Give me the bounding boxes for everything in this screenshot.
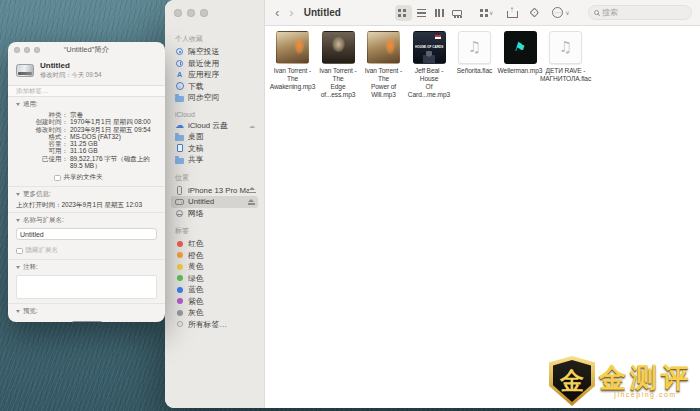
- minimize-button[interactable]: [187, 9, 195, 17]
- sidebar-item-airdrop[interactable]: 隔空投送: [171, 46, 258, 58]
- general-section-title: 通用:: [23, 100, 38, 109]
- finder-sidebar: 个人收藏 隔空投送 最近使用 A 应用程序 ↓ 下载 同步空间 iCloud: [165, 0, 265, 408]
- back-button[interactable]: ‹: [273, 6, 281, 19]
- sidebar-item-iphone[interactable]: iPhone 13 Pro Max: [171, 185, 258, 197]
- disclosure-triangle-icon[interactable]: [16, 103, 20, 106]
- drive-icon: [16, 64, 34, 77]
- info-row-capacity: 容量：31.25 GB: [16, 140, 157, 147]
- sidebar-item-applications[interactable]: A 应用程序: [171, 69, 258, 81]
- chevron-down-icon: ∨: [489, 9, 493, 16]
- album-art-wellerman: ⚑: [504, 31, 537, 64]
- sidebar-item-desktop[interactable]: 桌面: [171, 131, 258, 143]
- finder-toolbar: ‹ › Untitled ∨ ⋯ ∨: [265, 0, 700, 26]
- sidebar-item-tag-gray[interactable]: 灰色: [171, 307, 258, 319]
- file-item[interactable]: HOUSE OF CARDS Jeff Beal - House Of Card…: [407, 31, 452, 99]
- sidebar-item-tag-blue[interactable]: 蓝色: [171, 284, 258, 296]
- sidebar-item-icloud-drive[interactable]: ☁ iCloud 云盘 ☁: [171, 120, 258, 132]
- music-note-icon: ♫: [468, 40, 481, 55]
- column-view-button[interactable]: [431, 5, 448, 21]
- sidebar-item-tag-red[interactable]: 红色: [171, 238, 258, 250]
- list-view-icon: [417, 9, 426, 17]
- search-field[interactable]: [588, 5, 692, 20]
- iphone-icon: [174, 186, 185, 195]
- window-title: Untitled: [304, 7, 341, 18]
- file-name: ДЕТИ RAVE - МАГНИТОЛА.flac: [540, 67, 591, 83]
- disclosure-triangle-icon[interactable]: [16, 310, 20, 313]
- watermark-brand-text: 金测评: [599, 364, 692, 392]
- desktop: 个人收藏 隔空投送 最近使用 A 应用程序 ↓ 下载 同步空间 iCloud: [0, 0, 700, 411]
- tag-dot-orange: [174, 252, 185, 258]
- shared-folder-checkbox[interactable]: [54, 175, 61, 182]
- sidebar-item-tag-yellow[interactable]: 黄色: [171, 261, 258, 273]
- comments-section: 注释:: [8, 260, 165, 304]
- volume-name: Untitled: [40, 61, 102, 70]
- cloud-icon: ☁: [174, 121, 185, 130]
- sidebar-item-shared[interactable]: 共享: [171, 154, 258, 166]
- group-icon: [480, 9, 483, 12]
- close-button[interactable]: [174, 9, 182, 17]
- sidebar-item-downloads[interactable]: ↓ 下载: [171, 81, 258, 93]
- add-tags-field[interactable]: 添加标签…: [8, 85, 165, 97]
- tag-button[interactable]: [531, 9, 538, 16]
- group-by-button[interactable]: ∨: [480, 9, 493, 16]
- info-header: Untitled 修改时间：今天 09:54: [8, 57, 165, 85]
- name-input[interactable]: [16, 228, 157, 240]
- file-name: Jeff Beal - House Of Card...me.mp3: [407, 67, 452, 99]
- flag-graphic: [435, 35, 441, 39]
- sidebar-item-tag-orange[interactable]: 橙色: [171, 250, 258, 262]
- watermark: 金 金测评 jinceping.com: [549, 356, 692, 406]
- info-row-created: 创建时间：1970年1月1日 星期四 08:00: [16, 118, 157, 125]
- more-info-title: 更多信息:: [23, 190, 51, 199]
- airdrop-icon: [174, 48, 185, 55]
- file-item[interactable]: ♫ ДЕТИ RAVE - МАГНИТОЛА.flac: [543, 31, 588, 83]
- list-view-button[interactable]: [413, 5, 430, 21]
- music-note-icon: ♫: [559, 40, 572, 55]
- info-titlebar: “Untitled”简介: [8, 42, 165, 57]
- file-browser-area[interactable]: Ivan Torrent - The Awakening.mp3 Ivan To…: [265, 26, 700, 408]
- info-row-available: 可用：31.16 GB: [16, 147, 157, 154]
- file-item[interactable]: ♫ Señorita.flac: [452, 31, 497, 75]
- eject-icon[interactable]: [248, 199, 255, 205]
- file-name: Señorita.flac: [457, 67, 492, 75]
- sidebar-item-recents[interactable]: 最近使用: [171, 58, 258, 70]
- search-input[interactable]: [602, 8, 682, 17]
- disclosure-triangle-icon[interactable]: [16, 219, 20, 222]
- sidebar-item-tag-purple[interactable]: 紫色: [171, 296, 258, 308]
- sidebar-item-tag-green[interactable]: 绿色: [171, 273, 258, 285]
- share-button[interactable]: [507, 7, 517, 18]
- zoom-button[interactable]: [200, 9, 208, 17]
- desktop-folder-icon: [174, 133, 185, 141]
- drive-preview-image: [70, 321, 104, 322]
- sidebar-item-untitled-volume[interactable]: Untitled: [171, 196, 258, 208]
- figure-graphic: [423, 51, 435, 63]
- forward-button[interactable]: ›: [287, 6, 295, 19]
- disclosure-triangle-icon[interactable]: [16, 266, 20, 269]
- eject-icon[interactable]: [249, 187, 255, 193]
- sidebar-section-favorites: 个人收藏: [175, 34, 258, 44]
- sidebar-item-all-tags[interactable]: 所有标签…: [171, 319, 258, 331]
- file-item[interactable]: Ivan Torrent - The Awakening.mp3: [270, 31, 315, 91]
- tag-dot-green: [174, 275, 185, 281]
- document-icon: [174, 144, 185, 152]
- sidebar-item-network[interactable]: 网络: [171, 208, 258, 220]
- gallery-view-icon: [452, 10, 462, 16]
- info-row-format: 格式：MS-DOS (FAT32): [16, 133, 157, 140]
- info-row-modified: 修改时间：2023年9月1日 星期五 09:54: [16, 126, 157, 133]
- tag-dot-yellow: [174, 264, 185, 270]
- hide-extension-checkbox[interactable]: [16, 248, 23, 255]
- icon-view-button[interactable]: [395, 5, 412, 21]
- watermark-domain-text: jinceping.com: [614, 391, 676, 398]
- file-item[interactable]: ⚑ Wellerman.mp3: [498, 31, 543, 75]
- chevron-down-icon: ∨: [565, 9, 569, 16]
- file-item[interactable]: Ivan Torrent - The Edge of...ess.mp3: [316, 31, 361, 99]
- view-switcher: [395, 5, 466, 21]
- sidebar-item-documents[interactable]: 文稿: [171, 143, 258, 155]
- comments-textarea[interactable]: [16, 275, 157, 299]
- info-row-used: 已使用：89,522,176 字节（磁盘上的89.5 MB）: [16, 155, 157, 170]
- tag-dot-blue: [174, 287, 185, 293]
- gallery-view-button[interactable]: [449, 5, 466, 21]
- sidebar-item-sync-space[interactable]: 同步空间: [171, 92, 258, 104]
- more-actions-button[interactable]: ⋯ ∨: [552, 7, 569, 18]
- file-item[interactable]: Ivan Torrent - The Power of Will.mp3: [361, 31, 406, 99]
- disclosure-triangle-icon[interactable]: [16, 193, 20, 196]
